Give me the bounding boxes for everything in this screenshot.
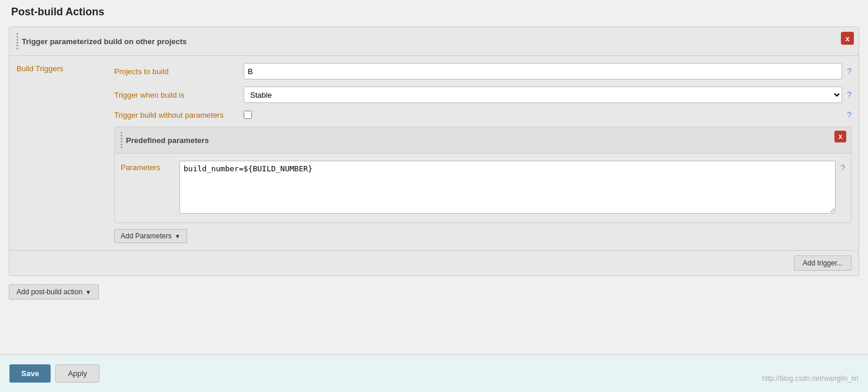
trigger-footer: Add trigger... [9, 250, 859, 275]
apply-button[interactable]: Apply [55, 364, 99, 383]
add-parameters-label: Add Parameters [121, 232, 172, 240]
projects-to-build-row: Projects to build ? [114, 63, 852, 79]
trigger-without-params-help-icon[interactable]: ? [847, 110, 852, 119]
trigger-section-header: Trigger parameterized build on other pro… [9, 27, 859, 56]
predefined-drag-handle-icon [121, 132, 122, 148]
predefined-header: Predefined parameters [115, 127, 851, 154]
parameters-textarea-wrap: build_number=${BUILD_NUMBER} [179, 161, 836, 215]
page-title: Post-build Actions [9, 6, 859, 18]
predefined-close-button[interactable]: x [834, 131, 846, 142]
trigger-when-wrap: Stable Unstable Failed Always [244, 87, 842, 103]
add-post-build-button[interactable]: Add post-build action ▼ [9, 284, 99, 300]
parameters-help-icon[interactable]: ? [840, 163, 845, 172]
trigger-when-select[interactable]: Stable Unstable Failed Always [244, 87, 842, 103]
trigger-without-params-wrap [244, 111, 842, 119]
trigger-when-help-icon[interactable]: ? [847, 90, 852, 99]
trigger-section-content: Projects to build ? Trigger when build i… [109, 56, 859, 250]
trigger-section-close-button[interactable]: x [841, 32, 854, 45]
add-parameters-button[interactable]: Add Parameters ▼ [114, 229, 187, 243]
trigger-when-label: Trigger when build is [114, 91, 244, 99]
trigger-when-row: Trigger when build is Stable Unstable Fa… [114, 87, 852, 103]
projects-label: Projects to build [114, 67, 244, 76]
trigger-without-params-label: Trigger build without parameters [114, 111, 244, 119]
trigger-section: Trigger parameterized build on other pro… [9, 26, 859, 276]
trigger-section-body: Build Triggers Projects to build ? Trigg… [9, 56, 859, 250]
add-post-build-label: Add post-build action [16, 288, 82, 296]
drag-handle-icon [16, 33, 18, 49]
trigger-without-params-checkbox[interactable] [244, 111, 252, 119]
build-triggers-label: Build Triggers [9, 56, 109, 250]
add-post-build-chevron-icon: ▼ [85, 289, 91, 295]
trigger-section-title: Trigger parameterized build on other pro… [22, 37, 187, 46]
predefined-title: Predefined parameters [126, 136, 209, 145]
predefined-body: Parameters build_number=${BUILD_NUMBER} … [115, 154, 851, 222]
projects-input-wrap [244, 63, 842, 79]
projects-input[interactable] [244, 63, 842, 79]
add-parameters-chevron-icon: ▼ [175, 233, 181, 240]
predefined-section: Predefined parameters x Parameters build… [114, 127, 852, 223]
parameters-textarea[interactable]: build_number=${BUILD_NUMBER} [179, 161, 836, 214]
projects-help-icon[interactable]: ? [847, 67, 852, 76]
bottom-bar: Save Apply [0, 354, 868, 392]
watermark: http://blog.csdn.net/wanglin_lin [762, 374, 859, 383]
parameters-label: Parameters [121, 161, 179, 172]
trigger-without-params-row: Trigger build without parameters ? [114, 110, 852, 119]
parameters-row: Parameters build_number=${BUILD_NUMBER} … [121, 161, 845, 215]
add-post-build-wrap: Add post-build action ▼ [9, 284, 859, 300]
save-button[interactable]: Save [9, 364, 51, 383]
add-trigger-button[interactable]: Add trigger... [794, 255, 852, 271]
